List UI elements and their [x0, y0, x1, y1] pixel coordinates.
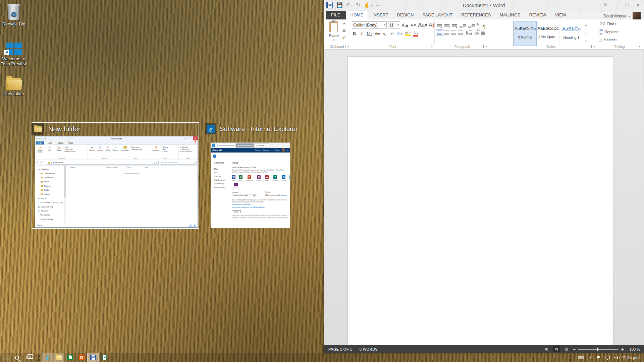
network-icon[interactable] — [605, 356, 610, 359]
styles-gallery-arrows[interactable]: ▲ ▼ ▽ — [583, 21, 589, 46]
borders-button[interactable]: ▦▾ — [481, 31, 485, 36]
styles-dialog-launcher[interactable] — [591, 45, 595, 48]
zoom-out-button[interactable]: − — [573, 347, 576, 352]
paragraph-dialog-launcher[interactable] — [483, 45, 487, 48]
document-page[interactable] — [347, 56, 613, 345]
document-area[interactable] — [324, 50, 644, 345]
superscript-button[interactable]: x² — [389, 32, 394, 36]
word-count[interactable]: 0 WORDS — [360, 347, 378, 351]
close-icon: ✕ — [193, 136, 198, 140]
collapse-ribbon-button[interactable]: ▲ — [638, 45, 641, 48]
taskbar-excel[interactable]: X — [99, 353, 110, 362]
tab-home[interactable]: HOME — [346, 11, 368, 19]
show-paragraph-marks-button[interactable]: ¶ — [483, 24, 485, 29]
text-effects-button[interactable]: A ▾ — [397, 31, 402, 36]
taskbar-internet-explorer[interactable]: e — [42, 353, 53, 362]
volume-icon[interactable] — [614, 356, 617, 359]
touch-keyboard-icon[interactable]: ⌨ — [578, 355, 584, 360]
justify-button[interactable] — [458, 31, 463, 36]
close-button[interactable]: ✕ — [633, 1, 643, 9]
item-count: 0 items — [37, 224, 43, 226]
restore-button[interactable]: ❐ — [623, 1, 632, 9]
address-bar: ▸New folder ▾ ↻ — [47, 161, 159, 165]
change-case-button[interactable]: Aa▾ — [418, 22, 427, 28]
line-spacing-button[interactable]: ⇅▾ — [465, 31, 472, 36]
language-dropdown: English (United States)▾ — [232, 194, 256, 197]
print-layout-button[interactable]: ▤ — [553, 346, 560, 352]
tab-mailings[interactable]: MAILINGS — [495, 11, 525, 19]
align-center-button[interactable] — [444, 31, 449, 36]
taskbar-office[interactable]: O — [76, 353, 87, 362]
desktop-icon-recycle-bin[interactable]: ♻ Recycle Bin — [0, 3, 28, 26]
tab-file[interactable]: FILE — [326, 11, 346, 19]
grow-font-button[interactable]: A▲ — [401, 22, 409, 28]
minimize-button[interactable]: – — [612, 1, 621, 9]
font-color-button[interactable]: A ▾ — [413, 31, 418, 37]
task-view-button[interactable] — [23, 353, 34, 362]
tab-references[interactable]: REFERENCES — [457, 11, 495, 19]
font-name-combo[interactable]: Calibri (Body)▾ — [352, 21, 387, 28]
bold-button[interactable]: B — [352, 31, 357, 36]
zoom-slider[interactable] — [578, 349, 619, 350]
replace-button[interactable]: abacReplace — [599, 28, 619, 35]
tab-insert[interactable]: INSERT — [368, 11, 392, 19]
format-painter-button[interactable]: 🖌 — [341, 35, 347, 40]
page-count[interactable]: PAGE 1 OF 1 — [328, 347, 352, 351]
styles-up-icon[interactable]: ▲ — [583, 21, 589, 29]
taskbar-word[interactable]: W — [87, 353, 99, 362]
decrease-indent-button[interactable]: ⇦ — [459, 24, 466, 29]
clipboard-dialog-launcher[interactable] — [345, 45, 348, 48]
tab-review[interactable]: REVIEW — [525, 11, 551, 19]
tab-view[interactable]: VIEW — [551, 11, 571, 19]
zoom-in-button[interactable]: + — [621, 347, 624, 352]
align-left-button[interactable] — [437, 31, 442, 36]
italic-button[interactable]: I — [359, 31, 364, 36]
font-dialog-launcher[interactable] — [429, 45, 432, 48]
desktop-icon-welcome[interactable]: ↗ Welcome to Tech Preview — [0, 38, 28, 66]
start-button[interactable] — [0, 353, 11, 362]
paste-button[interactable]: Paste▾ — [327, 21, 340, 45]
web-layout-button[interactable]: ▥ — [563, 346, 570, 352]
folder-icon — [32, 123, 44, 135]
copy-button[interactable]: ⧉ — [341, 28, 347, 33]
find-button[interactable]: ⚲⚲Find▾ — [599, 21, 619, 26]
install-button: Install — [232, 210, 240, 213]
underline-button[interactable]: U ▾ — [367, 31, 372, 36]
bullets-button[interactable]: ▾ — [437, 24, 442, 29]
shrink-font-button[interactable]: A▼ — [411, 23, 417, 27]
sort-button[interactable]: AZ↓ — [477, 21, 481, 32]
multilevel-list-button[interactable]: ▾ — [452, 24, 457, 29]
search-box: Search New folder⚲ — [160, 161, 197, 165]
account-menu[interactable]: Scott Moyse ▾ — [603, 12, 641, 20]
highlight-button[interactable]: ab ▾ — [405, 31, 411, 36]
style-no-spacing[interactable]: AaBbCcDc ¶ No Spac... — [537, 21, 560, 46]
office-icon: O — [79, 355, 85, 360]
vertical-scrollbar[interactable] — [641, 50, 644, 90]
advanced-link: Advanced — [280, 194, 287, 196]
style-normal[interactable]: AaBbCcDc ¶ Normal — [514, 21, 537, 46]
cut-button[interactable]: ✂ — [341, 21, 347, 26]
styles-down-icon[interactable]: ▼ — [583, 29, 589, 38]
action-center-icon[interactable]: ⚑ — [597, 355, 601, 360]
search-button[interactable] — [11, 353, 23, 362]
shading-button[interactable]: ▧▾ — [474, 31, 479, 36]
numbering-button[interactable]: ▾ — [444, 24, 450, 29]
tab-page-layout[interactable]: PAGE LAYOUT — [418, 11, 457, 19]
font-size-combo[interactable]: 11▾ — [388, 21, 400, 28]
task-thumbnail-explorer[interactable]: New folder ■⟲↻▾ New folder – □ ✕ File Ho… — [32, 122, 199, 229]
style-heading1[interactable]: AaBbCc Heading 1 — [560, 21, 583, 46]
align-right-button[interactable] — [451, 31, 456, 36]
strikethrough-button[interactable]: abc — [375, 32, 380, 36]
clock[interactable]: 11:25 p.m. — [622, 355, 641, 360]
increase-indent-button[interactable]: ⇨ — [468, 24, 475, 29]
desktop-icon-new-folder[interactable]: New folder — [0, 72, 28, 96]
taskbar-store[interactable] — [64, 353, 76, 362]
zoom-level[interactable]: 100 % — [627, 347, 640, 351]
subscript-button[interactable]: x₂ — [382, 32, 387, 36]
read-mode-button[interactable]: ▣ — [543, 346, 550, 352]
taskbar-file-explorer[interactable] — [53, 353, 64, 362]
show-hidden-icons-button[interactable]: ▲ — [589, 356, 592, 359]
ribbon-display-options-button[interactable]: ⇱ — [601, 1, 610, 9]
tab-design[interactable]: DESIGN — [393, 11, 418, 19]
select-button[interactable]: △Select▾ — [599, 38, 619, 42]
